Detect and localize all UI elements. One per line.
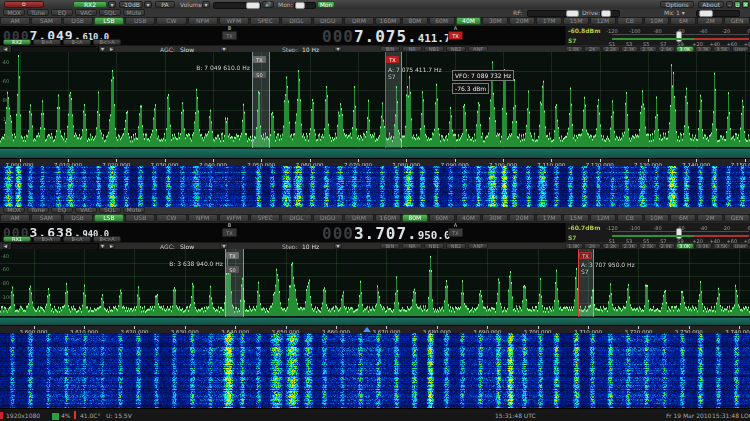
- rx1-vfo-b-marker[interactable]: [252, 52, 270, 148]
- rx1-mode-dsb[interactable]: DSB: [63, 17, 93, 25]
- pa-button[interactable]: PA: [155, 1, 175, 8]
- rf-slider[interactable]: [527, 10, 579, 17]
- rx2-mode-dsb[interactable]: DSB: [63, 214, 93, 222]
- mic-slider[interactable]: [696, 10, 740, 17]
- rx1-band-15m[interactable]: 15M: [563, 17, 589, 25]
- rx2-panadapter[interactable]: -40-60-80-100-120 TX B: 3 638 940.0 Hz S…: [0, 249, 750, 317]
- rx2-mode-nfm[interactable]: NFM: [188, 214, 218, 222]
- toolbar-sql[interactable]: SQL: [99, 9, 121, 16]
- rx2-mode-sam[interactable]: SAM: [31, 214, 61, 222]
- db-axis-label: -80: [1, 97, 9, 103]
- about-button[interactable]: About: [698, 1, 724, 8]
- toolbar-mox[interactable]: MOX: [3, 9, 25, 16]
- mic-select[interactable]: Mic 1 ▾: [664, 10, 685, 16]
- rx2-mode-drm[interactable]: DRM: [344, 214, 374, 222]
- rx1-band-12m[interactable]: 12M: [590, 17, 616, 25]
- rx1-mode-wfm[interactable]: WFM: [219, 17, 249, 25]
- toolbar-eq[interactable]: EQ: [51, 9, 73, 16]
- rx1-band-80m[interactable]: 80M: [402, 17, 428, 25]
- toolbar-mute[interactable]: Mute: [123, 9, 145, 16]
- attenuator-select[interactable]: -10dB: [119, 1, 143, 8]
- power-button[interactable]: ⏻: [4, 1, 44, 8]
- rx2-mode-digl[interactable]: DIGL: [281, 214, 311, 222]
- rx2-toolbar-eq[interactable]: EQ: [51, 207, 73, 213]
- close-button[interactable]: ✕: [742, 1, 749, 8]
- rx1-mode-am[interactable]: AM: [0, 17, 30, 25]
- volume-slider[interactable]: [213, 2, 261, 9]
- rx1-mode-drm[interactable]: DRM: [344, 17, 374, 25]
- rx2-band-15m[interactable]: 15M: [563, 214, 589, 222]
- rx1-band-cb[interactable]: CB: [617, 17, 643, 25]
- rx2-band-10m[interactable]: 10M: [644, 214, 670, 222]
- mon-button[interactable]: Mon: [317, 1, 335, 8]
- rx1-vfo-a-display[interactable]: 0007.075.411.7: [322, 27, 450, 46]
- rx2-band-17m[interactable]: 17M: [536, 214, 562, 222]
- rx2-band-20m[interactable]: 20M: [509, 214, 535, 222]
- rx1-waterfall[interactable]: [0, 166, 750, 207]
- rx1-mode-digl[interactable]: DIGL: [281, 17, 311, 25]
- rx2-band-30m[interactable]: 30M: [482, 214, 508, 222]
- rx1-mode-digu[interactable]: DIGU: [313, 17, 343, 25]
- rx2-band-40m[interactable]: 40M: [456, 214, 482, 222]
- rx2-band-gen[interactable]: GEN: [724, 214, 750, 222]
- rx2-toolbar-mox[interactable]: MOX: [3, 207, 25, 213]
- rx2-mode-usb[interactable]: USB: [125, 214, 155, 222]
- rx1-panadapter[interactable]: -40-60-80-100-120 TX B: 7 049 610.0 Hz S…: [0, 52, 750, 148]
- speaker-icon[interactable]: 🔊: [262, 1, 274, 8]
- mon-slider[interactable]: [294, 2, 316, 9]
- rx2-mode-digu[interactable]: DIGU: [313, 214, 343, 222]
- rx1-band-2m[interactable]: 2M: [697, 17, 723, 25]
- rx1-mode-lsb[interactable]: LSB: [94, 17, 124, 25]
- rx2-vfo-a-display[interactable]: 0003.707.950.0: [322, 224, 450, 243]
- rx2-dropdown-arrow-icon[interactable]: ▾: [108, 1, 116, 8]
- rx1-band-40m[interactable]: 40M: [456, 17, 482, 25]
- status-divider: [74, 411, 76, 419]
- rx1-band-30m[interactable]: 30M: [482, 17, 508, 25]
- toolbar-tune[interactable]: Tune: [27, 9, 49, 16]
- status-utc-time: 15:31:48 UTC: [495, 412, 536, 419]
- rx2-toolbar-vac[interactable]: VAC: [75, 207, 97, 213]
- rx2-toolbar-mute[interactable]: Mute: [123, 207, 145, 213]
- sdr-app-window: ⏻ RX2 ▾ -10dB ▾ PA Volume ▾ 🔊 Mon: Mon O…: [0, 0, 750, 421]
- rx1-band-60m[interactable]: 60M: [429, 17, 455, 25]
- rx1-band-gen[interactable]: GEN: [724, 17, 750, 25]
- rx1-mode-cw[interactable]: CW: [156, 17, 186, 25]
- rx2-vfo-b-marker[interactable]: [225, 249, 244, 317]
- rx2-s-scale: S1S3S5S7S9+20+40+60+80: [612, 237, 749, 238]
- options-button[interactable]: Options: [660, 1, 694, 8]
- rx2-band-80m[interactable]: 80M: [402, 214, 428, 222]
- rx1-band-20m[interactable]: 20M: [509, 17, 535, 25]
- attenuator-arrow-icon[interactable]: ▾: [144, 1, 152, 8]
- rx2-mode-am[interactable]: AM: [0, 214, 30, 222]
- rx2-band-160m[interactable]: 160M: [375, 214, 401, 222]
- rx2-band-cb[interactable]: CB: [617, 214, 643, 222]
- rx2-band-6m[interactable]: 6M: [670, 214, 696, 222]
- rx2-toolbar-sql[interactable]: SQL: [99, 207, 121, 213]
- rx2-mode-spec[interactable]: SPEC: [250, 214, 280, 222]
- rx1-band-160m[interactable]: 160M: [375, 17, 401, 25]
- rx1-mode-usb[interactable]: USB: [125, 17, 155, 25]
- volume-arrow-icon[interactable]: ▾: [202, 1, 210, 8]
- rx2-waterfall[interactable]: [0, 333, 750, 408]
- rx2-mode-cw[interactable]: CW: [156, 214, 186, 222]
- rx1-mode-sam[interactable]: SAM: [31, 17, 61, 25]
- rx1-mode-nfm[interactable]: NFM: [188, 17, 218, 25]
- meter-tick-label: -120: [606, 28, 617, 34]
- rx2-mode-lsb[interactable]: LSB: [94, 214, 124, 222]
- rx2-mode-wfm[interactable]: WFM: [219, 214, 249, 222]
- drive-slider[interactable]: [600, 10, 620, 17]
- toolbar-vac[interactable]: VAC: [75, 9, 97, 16]
- maximize-button[interactable]: ▫: [734, 1, 741, 8]
- rx1-band-6m[interactable]: 6M: [670, 17, 696, 25]
- rx2-band-2m[interactable]: 2M: [697, 214, 723, 222]
- minimize-button[interactable]: –: [726, 1, 733, 8]
- rx2-vfo-b-badge: B TX: [222, 223, 237, 237]
- rx2-toggle-button[interactable]: RX2: [73, 1, 107, 8]
- rx2-toolbar-tune[interactable]: Tune: [27, 207, 49, 213]
- rx1-band-17m[interactable]: 17M: [536, 17, 562, 25]
- rx2-band-60m[interactable]: 60M: [429, 214, 455, 222]
- rx2-band-12m[interactable]: 12M: [590, 214, 616, 222]
- rx1-band-10m[interactable]: 10M: [644, 17, 670, 25]
- rx1-mode-spec[interactable]: SPEC: [250, 17, 280, 25]
- meter-tick-label: -100: [629, 28, 640, 34]
